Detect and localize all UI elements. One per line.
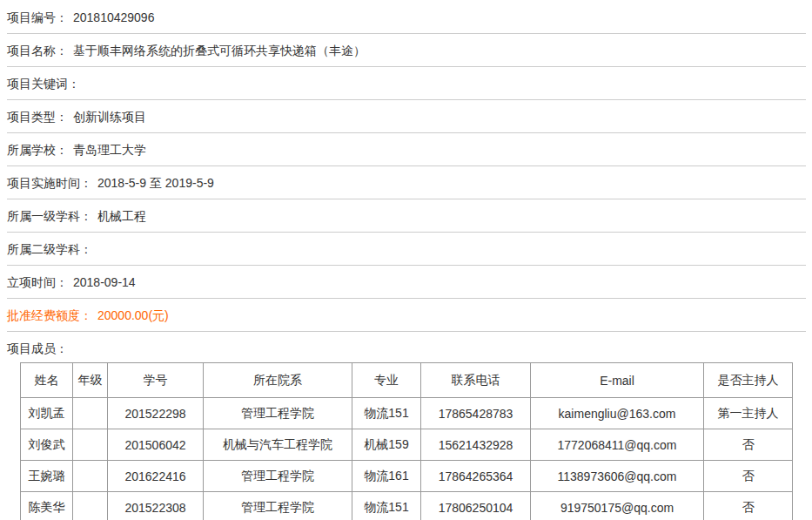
col-header-phone: 联系电话: [421, 363, 531, 398]
cell-is-leader: 否: [704, 429, 793, 461]
field-project-number: 项目编号：201810429096: [7, 1, 806, 34]
field-approval-date: 立项时间：2018-09-14: [7, 266, 806, 299]
cell-department: 管理工程学院: [204, 461, 352, 492]
members-table: 姓名 年级 学号 所在院系 专业 联系电话 E-mail 是否主持人 刘凯孟 2…: [20, 362, 793, 520]
field-label: 项目名称：: [7, 44, 68, 57]
cell-email: 919750175@qq.com: [531, 492, 704, 520]
project-detail-page: 项目编号：201810429096 项目名称：基于顺丰网络系统的折叠式可循环共享…: [0, 0, 812, 520]
cell-major: 物流151: [352, 492, 421, 520]
col-header-major: 专业: [352, 363, 421, 398]
field-funding-amount: 批准经费额度：20000.00(元): [7, 299, 806, 332]
cell-phone: 15621432928: [421, 429, 531, 461]
field-label: 项目编号：: [7, 10, 68, 24]
field-project-members: 项目成员：: [7, 332, 806, 362]
table-row: 刘凯孟 201522298 管理工程学院 物流151 17865428783 k…: [21, 398, 793, 429]
field-value: 机械工程: [97, 209, 146, 223]
cell-is-leader: 否: [704, 461, 793, 492]
table-row: 王婉璐 201622416 管理工程学院 物流161 17864265364 1…: [21, 461, 793, 492]
col-header-name: 姓名: [21, 363, 73, 398]
cell-name: 刘凯孟: [21, 398, 73, 429]
cell-grade: [73, 492, 108, 520]
col-header-student-id: 学号: [108, 363, 204, 398]
cell-name: 陈美华: [21, 492, 73, 520]
field-value: 创新训练项目: [73, 110, 146, 124]
cell-grade: [73, 398, 108, 429]
cell-phone: 17806250104: [421, 492, 531, 520]
cell-is-leader: 否: [704, 492, 793, 520]
field-label: 所属学校：: [7, 143, 68, 157]
field-label: 项目类型：: [7, 110, 68, 124]
field-value: 基于顺丰网络系统的折叠式可循环共享快递箱（丰途）: [73, 44, 366, 57]
field-project-keywords: 项目关键词：: [7, 67, 806, 100]
field-label: 立项时间：: [7, 275, 68, 289]
field-label: 所属一级学科：: [7, 209, 92, 223]
col-header-email: E-mail: [531, 363, 704, 398]
field-first-level-discipline: 所属一级学科：机械工程: [7, 199, 806, 233]
cell-email: kaimengliu@163.com: [531, 398, 704, 429]
cell-student-id: 201522298: [108, 398, 204, 429]
field-project-type: 项目类型：创新训练项目: [7, 100, 806, 133]
table-row: 刘俊武 201506042 机械与汽车工程学院 机械159 1562143292…: [21, 429, 793, 461]
field-label: 项目关键词：: [7, 77, 80, 91]
cell-student-id: 201622416: [108, 461, 204, 492]
field-value: 2018-09-14: [73, 275, 136, 289]
cell-is-leader: 第一主持人: [704, 398, 793, 429]
cell-department: 管理工程学院: [204, 398, 352, 429]
cell-email: 1772068411@qq.com: [531, 429, 704, 461]
cell-major: 物流161: [352, 461, 421, 492]
cell-phone: 17865428783: [421, 398, 531, 429]
cell-student-id: 201506042: [108, 429, 204, 461]
field-second-level-discipline: 所属二级学科：: [7, 233, 806, 266]
col-header-is-leader: 是否主持人: [704, 363, 793, 398]
cell-name: 王婉璐: [21, 461, 73, 492]
field-implementation-period: 项目实施时间：2018-5-9 至 2019-5-9: [7, 166, 806, 199]
cell-phone: 17864265364: [421, 461, 531, 492]
field-label: 批准经费额度：: [7, 308, 92, 322]
field-label: 项目实施时间：: [7, 176, 92, 190]
col-header-grade: 年级: [73, 363, 108, 398]
field-value: 201810429096: [73, 10, 154, 24]
cell-department: 管理工程学院: [204, 492, 352, 520]
field-value: 20000.00(元): [97, 308, 169, 322]
cell-student-id: 201522308: [108, 492, 204, 520]
cell-major: 机械159: [352, 429, 421, 461]
field-label: 所属二级学科：: [7, 242, 92, 256]
field-value: 青岛理工大学: [73, 143, 146, 157]
cell-major: 物流151: [352, 398, 421, 429]
cell-grade: [73, 461, 108, 492]
table-row: 陈美华 201522308 管理工程学院 物流151 17806250104 9…: [21, 492, 793, 520]
cell-email: 1138973606@qq.com: [531, 461, 704, 492]
col-header-department: 所在院系: [204, 363, 352, 398]
cell-department: 机械与汽车工程学院: [204, 429, 352, 461]
cell-name: 刘俊武: [21, 429, 73, 461]
field-school: 所属学校：青岛理工大学: [7, 133, 806, 166]
members-table-wrap: 姓名 年级 学号 所在院系 专业 联系电话 E-mail 是否主持人 刘凯孟 2…: [20, 362, 806, 520]
cell-grade: [73, 429, 108, 461]
field-project-name: 项目名称：基于顺丰网络系统的折叠式可循环共享快递箱（丰途）: [7, 34, 806, 67]
field-label: 项目成员：: [7, 341, 68, 355]
field-value: 2018-5-9 至 2019-5-9: [97, 176, 214, 190]
members-table-header-row: 姓名 年级 学号 所在院系 专业 联系电话 E-mail 是否主持人: [21, 363, 793, 398]
